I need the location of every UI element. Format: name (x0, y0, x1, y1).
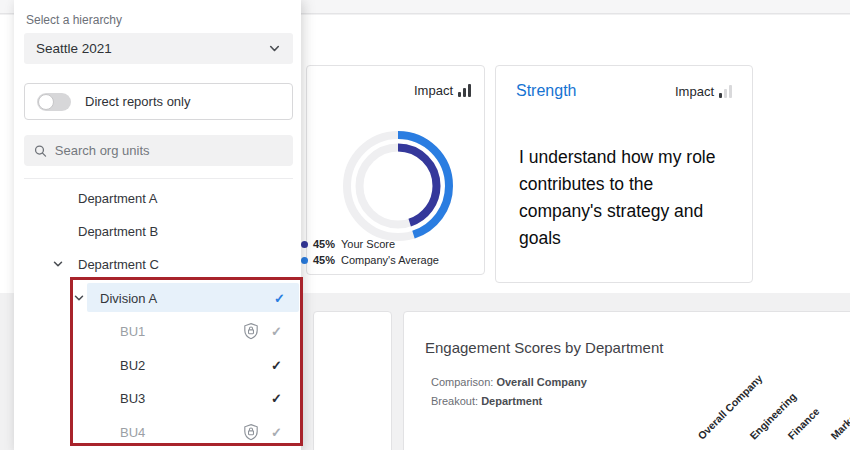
tree-item-label: BU2 (120, 357, 145, 372)
check-icon: ✓ (271, 390, 282, 405)
hierarchy-panel-label: Select a hierarchy (26, 13, 122, 27)
tree-item-bu3[interactable]: BU3 ✓ (14, 381, 301, 414)
comparison-value: Overall Company (496, 376, 586, 388)
breakout-value: Department (481, 395, 542, 407)
tree-item-bu1[interactable]: BU1 ✓ (14, 314, 301, 347)
tree-item-division-a[interactable]: Division A ✓ (14, 281, 301, 314)
chevron-down-icon[interactable] (73, 292, 85, 304)
breakout-label: Breakout: (431, 395, 478, 407)
tree-item-department-a[interactable]: Department A (14, 181, 301, 214)
impact-indicator: Impact (414, 83, 471, 98)
tree-item-label: Department B (78, 223, 158, 238)
chevron-down-icon (268, 42, 281, 55)
tree-item-label: Division A (100, 290, 157, 305)
your-score-value: 45% (313, 238, 335, 250)
company-average-value: 45% (313, 254, 335, 266)
breakout-row: Breakout: Department (431, 392, 587, 411)
tree-item-label: BU1 (120, 323, 145, 338)
score-donut-chart (341, 129, 455, 243)
impact-label: Impact (414, 83, 453, 98)
org-units-search-input[interactable] (55, 143, 283, 158)
impact-label: Impact (675, 84, 714, 99)
tree-item-bu2[interactable]: BU2 ✓ (14, 348, 301, 381)
company-average-dot-icon (301, 257, 308, 264)
hierarchy-selector-panel: Select a hierarchy Seattle 2021 Direct r… (14, 0, 301, 450)
comparison-row: Comparison: Overall Company (431, 373, 587, 392)
magnifier-icon (34, 144, 47, 158)
strength-card: Strength Impact I understand how my role… (495, 65, 753, 283)
direct-reports-toggle-container: Direct reports only (24, 83, 293, 120)
comparison-label: Comparison: (431, 376, 493, 388)
your-score-label: Your Score (341, 238, 395, 250)
tree-item-label: Department A (78, 190, 158, 205)
divider (24, 178, 293, 179)
engagement-card-meta: Comparison: Overall Company Breakout: De… (431, 373, 587, 411)
toggle-knob (38, 94, 54, 110)
direct-reports-toggle[interactable] (37, 93, 71, 111)
check-icon: ✓ (271, 357, 282, 372)
chevron-down-icon[interactable] (52, 258, 64, 270)
shield-lock-icon (243, 322, 259, 339)
hierarchy-dropdown-value: Seattle 2021 (36, 41, 268, 56)
legend-item-your-score: 45% Your Score (301, 236, 439, 252)
direct-reports-toggle-label: Direct reports only (85, 94, 190, 109)
strength-statement-text: I understand how my role contributes to … (519, 144, 735, 252)
tree-item-department-c[interactable]: Department C (14, 247, 301, 280)
engagement-card-title: Engagement Scores by Department (425, 339, 663, 356)
tree-item-bu4[interactable]: BU4 ✓ (14, 415, 301, 448)
check-icon: ✓ (274, 290, 285, 305)
shield-lock-icon (243, 423, 259, 440)
tree-item-label: BU4 (120, 424, 145, 439)
hierarchy-dropdown[interactable]: Seattle 2021 (24, 33, 293, 64)
company-average-label: Company's Average (341, 254, 439, 266)
legend-item-company-average: 45% Company's Average (301, 252, 439, 268)
widget-card-partial (313, 311, 392, 450)
tree-item-label: BU3 (120, 390, 145, 405)
tree-item-department-b[interactable]: Department B (14, 214, 301, 247)
impact-indicator: Impact (675, 84, 732, 99)
bar-chart-icon (719, 85, 732, 98)
check-icon: ✓ (271, 323, 282, 338)
engagement-scores-card: Engagement Scores by Department Comparis… (403, 311, 850, 450)
org-units-searchbox (24, 135, 293, 166)
tree-item-label: Department C (78, 256, 159, 271)
check-icon: ✓ (271, 424, 282, 439)
strength-card-title: Strength (516, 82, 576, 100)
bar-chart-icon (458, 84, 471, 97)
donut-legend: 45% Your Score 45% Company's Average (301, 236, 439, 268)
your-score-dot-icon (301, 241, 308, 248)
